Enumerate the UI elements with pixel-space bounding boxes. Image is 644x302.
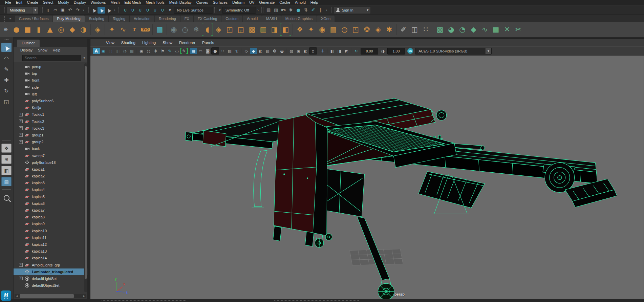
mirror-icon[interactable]: ◧ xyxy=(280,23,291,36)
default-material-icon[interactable]: ▫ xyxy=(309,47,317,55)
drag-grip[interactable] xyxy=(261,7,263,13)
bookmarks-icon[interactable]: ⚑ xyxy=(159,48,166,54)
paint-select-tool[interactable]: ✎ xyxy=(1,64,12,74)
render-view-icon[interactable]: ▤ xyxy=(265,7,272,14)
outliner-item[interactable]: + kapica2 xyxy=(14,173,87,179)
menu-item[interactable]: Select xyxy=(41,0,56,5)
select-component-icon[interactable]: ▲ xyxy=(105,7,112,14)
menu-item[interactable]: Mesh Tools xyxy=(143,0,167,5)
resolution-gate-icon[interactable]: ▣ xyxy=(100,48,107,54)
outliner-item[interactable]: + defaultLightSet xyxy=(14,275,87,282)
menu-item[interactable]: Edit Mesh xyxy=(122,0,143,5)
pane-toggle-icon[interactable]: ◩ xyxy=(343,48,350,54)
outliner-item[interactable]: + kapica6 xyxy=(14,200,87,207)
gate-mask-icon[interactable]: ▢ xyxy=(107,48,114,54)
gamma-field[interactable] xyxy=(387,48,405,55)
undo-icon[interactable]: ↶ xyxy=(66,7,74,14)
annotate-icon[interactable]: ✎ xyxy=(180,48,188,54)
poly-count-icon[interactable]: ▦ xyxy=(154,23,165,36)
menu-item[interactable]: Curves xyxy=(194,0,211,5)
save-scene-icon[interactable]: ▣ xyxy=(59,7,66,14)
drag-grip[interactable] xyxy=(3,16,5,22)
menu-item[interactable]: Mesh xyxy=(108,0,122,5)
menu-item[interactable]: Arnold xyxy=(293,0,308,5)
expand-toggle-icon[interactable]: + xyxy=(19,263,23,267)
scroll-left-icon[interactable]: ◄ xyxy=(15,295,19,298)
shelf-tab[interactable]: Poly Modeling xyxy=(53,16,84,22)
viewport-menu-item[interactable]: Panels xyxy=(199,41,217,45)
super-shape-icon[interactable]: ✦ xyxy=(106,23,117,36)
poly-cone-icon[interactable]: ▲ xyxy=(44,23,56,36)
shelf-tab[interactable]: MASH xyxy=(262,16,281,22)
safe-title-icon[interactable]: ▩ xyxy=(128,48,135,54)
shelf-tab[interactable]: Motion Graphics xyxy=(281,16,317,22)
viewport-menu-item[interactable]: View xyxy=(103,41,118,45)
outliner-item[interactable]: + kapica10 xyxy=(14,228,87,234)
menu-item[interactable]: Windows xyxy=(88,0,108,5)
outliner-item[interactable]: + kapica11 xyxy=(14,234,87,241)
shelf-editor-gear-icon[interactable]: ❋ xyxy=(2,26,9,33)
pane-single-icon[interactable]: ◧ xyxy=(329,48,336,54)
colorspace-dropdown[interactable]: ACES 1.0 SDR-video (sRGB) ▾ xyxy=(415,48,492,55)
outliner-menu-item[interactable]: Show xyxy=(35,48,50,52)
poke-icon[interactable]: ◳ xyxy=(350,23,361,36)
layout-two-pane[interactable]: ◧ xyxy=(1,166,12,175)
xray-joints-icon[interactable]: ∷ xyxy=(219,48,226,54)
render-current-frame-icon[interactable]: ▥ xyxy=(272,7,280,14)
select-hierarchy-icon[interactable]: ▲ xyxy=(90,7,98,14)
viewport-canvas[interactable]: y x z persp xyxy=(90,56,644,299)
group-collapse-icon[interactable]: › xyxy=(324,7,328,13)
quad-draw-icon[interactable]: ∷ xyxy=(420,23,431,36)
poly-cube-icon[interactable]: ■ xyxy=(22,23,33,36)
ipr-render-icon[interactable]: IPR xyxy=(280,7,287,14)
outliner-item[interactable]: + persp xyxy=(14,63,87,70)
open-scene-icon[interactable]: ▱ xyxy=(51,7,59,14)
shelf-tab[interactable]: Rigging xyxy=(109,16,129,22)
lasso-select-tool[interactable]: ◠ xyxy=(1,53,12,63)
search-magnifier-icon[interactable] xyxy=(4,195,9,201)
drag-grip[interactable] xyxy=(274,300,359,301)
drag-grip[interactable] xyxy=(118,7,120,13)
drag-grip[interactable] xyxy=(330,7,332,13)
layout-four-pane[interactable]: ⊞ xyxy=(1,155,12,164)
shelf-tab[interactable]: Arnold xyxy=(243,16,262,22)
smooth-shade-icon[interactable]: ◆ xyxy=(250,48,257,54)
film-gate-toggle-icon[interactable]: ▭ xyxy=(197,48,204,54)
menu-set-dropdown[interactable]: Modeling ▾ xyxy=(7,6,39,14)
xray-icon[interactable]: ● xyxy=(211,47,219,55)
outliner-item[interactable]: + group1 xyxy=(14,132,87,138)
sculpt-tool-icon[interactable]: ✱ xyxy=(384,23,395,36)
symmetry-field[interactable]: Symmetry: Off xyxy=(222,7,256,14)
outliner-item[interactable]: + kapica3 xyxy=(14,179,87,186)
expand-toggle-icon[interactable]: + xyxy=(19,113,23,116)
textured-display-icon[interactable]: ▧ xyxy=(264,48,271,54)
render-settings-icon[interactable]: ❋ xyxy=(287,7,295,14)
snap-curve-icon[interactable]: ∪ xyxy=(129,7,136,14)
outliner-item[interactable]: + group2 xyxy=(14,138,87,145)
expand-toggle-icon[interactable]: + xyxy=(19,277,23,280)
outliner-item[interactable]: + kapica7 xyxy=(14,207,87,214)
outliner-item[interactable]: + left xyxy=(14,91,87,98)
outliner-item[interactable]: + Tockic2 xyxy=(14,118,87,125)
vertical-scrollbar[interactable] xyxy=(84,63,87,292)
shelf-tab[interactable]: XGen xyxy=(317,16,335,22)
separate-icon[interactable]: ◲ xyxy=(235,23,246,36)
panel-divider[interactable] xyxy=(87,37,88,299)
poly-torus-icon[interactable]: ◎ xyxy=(56,23,67,36)
lattice-icon[interactable]: ◈ xyxy=(372,23,384,36)
outliner-item[interactable]: + polySurface6 xyxy=(14,98,87,104)
shelf-tab[interactable]: Animation xyxy=(130,16,154,22)
center-pivot-icon[interactable]: ◉ xyxy=(168,23,179,36)
snap-projected-center-icon[interactable]: ∪ xyxy=(144,7,151,14)
drag-grip[interactable] xyxy=(4,39,9,40)
new-scene-icon[interactable]: ▯ xyxy=(44,7,51,14)
wireframe-display-icon[interactable]: ◇ xyxy=(243,48,250,54)
menu-item[interactable]: UV xyxy=(247,0,257,5)
slide-edge-icon[interactable]: ▤ xyxy=(328,23,339,36)
combine-icon[interactable]: ◰ xyxy=(224,23,235,36)
outliner-tab[interactable]: Outliner xyxy=(17,40,40,47)
hypershade-icon[interactable]: ● xyxy=(295,7,302,14)
motion-blur-icon[interactable]: ◉ xyxy=(295,48,302,54)
render-setup-icon[interactable]: ⇅ xyxy=(302,7,309,14)
planar-mapping-icon[interactable]: ▩ xyxy=(434,23,446,36)
